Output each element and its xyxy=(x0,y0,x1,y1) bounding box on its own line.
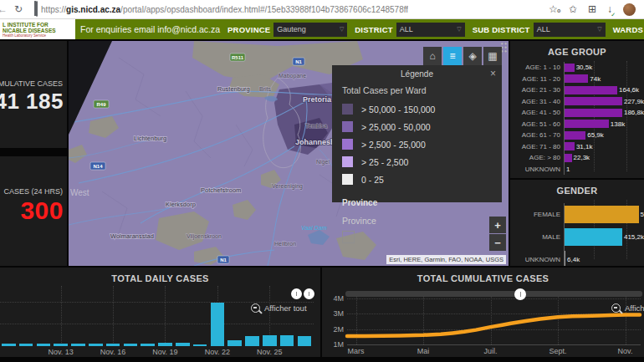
hbar-row: AGE: 1 - 1030,5k xyxy=(514,62,644,74)
basemap-button[interactable]: ▦ xyxy=(483,47,502,65)
filter-province: PROVINCE Gauteng ▽ xyxy=(227,23,347,37)
hbar-value-label: 65,9k xyxy=(587,131,604,139)
hbar-value-label: 30,5k xyxy=(576,64,593,71)
hbar-value-label: 415,2k xyxy=(624,233,644,241)
district-select[interactable]: ALL ▽ xyxy=(396,23,465,37)
extensions-icon[interactable]: ⊞ xyxy=(588,3,596,15)
cumulative-line-chart xyxy=(322,268,644,357)
home-button[interactable]: ⌂ xyxy=(423,47,442,65)
map-zoom-controls: + − xyxy=(489,217,506,252)
road-badge-n1: N1 xyxy=(217,256,229,263)
chevron-down-icon: ▽ xyxy=(597,26,601,33)
profile-avatar[interactable] xyxy=(623,3,636,16)
gear-icon: ⚙ xyxy=(556,5,560,17)
cumulative-cases-value: 41 185 xyxy=(0,89,64,115)
filter-district: DISTRICT ALL ▽ xyxy=(355,23,464,37)
zoom-in-button[interactable]: + xyxy=(489,217,506,233)
collections-icon[interactable]: ✩ xyxy=(569,3,577,15)
legend-class-row: > 25 - 2,500 xyxy=(342,153,492,171)
hbar-track: 31,1k xyxy=(564,141,644,153)
cumulative-line xyxy=(347,315,640,336)
x-tick-label: Nov. 22 xyxy=(199,348,236,356)
daily-cases-label: CASES (24 HRS) xyxy=(3,187,63,196)
map-toolbar: ⌂ ≡ ◈ ▦ xyxy=(423,47,502,65)
legend-class-row: > 2,500 - 25,000 xyxy=(342,135,492,153)
daily-bar xyxy=(124,344,138,346)
legend-swatch xyxy=(342,139,353,150)
daily-bar xyxy=(37,344,51,346)
hbar-row: AGE: 41 - 50186,8k xyxy=(514,107,644,119)
zoom-out-button[interactable]: − xyxy=(489,234,506,251)
hbar-bar xyxy=(565,109,622,117)
close-icon[interactable]: × xyxy=(490,67,496,80)
daily-cases-chart xyxy=(0,286,314,346)
daily-bar xyxy=(19,344,33,346)
hbar-track: 415,2k xyxy=(564,226,644,248)
cumulative-cases-panel: CUMULATIVE CASES 41 185 xyxy=(0,41,67,148)
map-label-heilbron: Heilbron xyxy=(274,241,296,247)
hbar-category-label: AGE: 21 - 30 xyxy=(514,86,564,94)
gridline xyxy=(61,286,62,346)
url-domain: gis.nicd.ac.za xyxy=(66,5,120,14)
total-daily-cases-panel: TOTAL DAILY CASES Nov. 13Nov. 16Nov. 19N… xyxy=(0,268,320,357)
basemap-icon: ▦ xyxy=(488,50,497,62)
map-label-brits: Brits xyxy=(259,86,272,92)
filter-subdistrict: SUB DISTRICT ALL ▽ xyxy=(473,23,606,37)
reload-icon[interactable]: ↻ xyxy=(11,0,26,19)
hbar-bar xyxy=(565,142,575,150)
province-checkbox[interactable] xyxy=(342,231,355,243)
legend-button[interactable]: ≡ xyxy=(443,47,462,65)
province-value: Gauteng xyxy=(277,25,306,33)
favorites-icon[interactable]: ☆⚙ xyxy=(549,3,558,15)
map-label-klerksdorp: Klerksdorp xyxy=(166,201,196,208)
hbar-category-label: AGE: 71 - 80 xyxy=(514,143,564,150)
hbar-category-label: AGE: 41 - 50 xyxy=(514,109,564,116)
hbar-category-label: AGE: 31 - 40 xyxy=(514,98,564,105)
hbar-bar xyxy=(565,74,588,83)
daily-bar xyxy=(211,303,225,346)
downloads-icon[interactable]: ↓✓ xyxy=(607,3,612,15)
back-icon[interactable]: ← xyxy=(0,0,11,19)
legend-swatch xyxy=(342,174,353,185)
gridline xyxy=(165,286,166,346)
x-tick-label: Nov. 13 xyxy=(43,348,79,356)
show-all-button[interactable]: Afficher tout xyxy=(251,303,307,313)
nicd-logo: L INSTITUTE FOR NICABLE DISEASES Health … xyxy=(0,19,75,39)
logo-text-2: NICABLE DISEASES xyxy=(3,28,74,33)
hbar-track: 74k xyxy=(564,74,644,85)
address-bar[interactable]: https://gis.nicd.ac.za/portal/apps/opsda… xyxy=(41,5,408,14)
time-slider-handle[interactable] xyxy=(514,288,526,300)
subdistrict-select[interactable]: ALL ▽ xyxy=(534,23,606,37)
hbar-track: 5 xyxy=(564,203,644,226)
map-label-vaal-dam: Vaal Dam xyxy=(301,225,327,231)
legend-class-label: > 25 - 2,500 xyxy=(361,157,408,167)
map-label-mabopane: Mabopane xyxy=(279,73,306,79)
legend-header: Légende × xyxy=(332,65,502,82)
zoom-out-magnifier-icon xyxy=(251,303,260,313)
hbar-track: 6,4k xyxy=(564,248,644,266)
hbar-value-label: 138k xyxy=(611,120,625,128)
province-select[interactable]: Gauteng ▽ xyxy=(273,23,347,37)
chevron-down-icon: ▽ xyxy=(340,26,344,33)
lock-icon xyxy=(34,2,38,17)
hbar-row: AGE: 51 - 60138k xyxy=(514,119,644,130)
daily-bar xyxy=(106,344,120,346)
carousel-dot[interactable] xyxy=(291,288,302,299)
daily-bar xyxy=(141,344,155,346)
hbar-row: MALE415,2k xyxy=(514,226,644,248)
map-label-nigel: Nigel xyxy=(316,159,330,166)
show-all-button[interactable]: Afficher tout xyxy=(611,303,644,313)
enquiries-text: For enquiries email info@nicd.ac.za xyxy=(80,24,220,34)
layers-button[interactable]: ◈ xyxy=(463,47,482,65)
age-group-panel: AGE GROUP AGE: 1 - 1030,5kAGE: 11 - 2074… xyxy=(510,41,644,178)
x-tick-label: Nov. 25 xyxy=(251,348,288,356)
hbar-bar xyxy=(565,154,572,162)
show-all-label: Afficher tout xyxy=(264,303,307,313)
hbar-bar xyxy=(565,120,609,128)
carousel-dot[interactable] xyxy=(304,288,314,299)
svg-text:R49: R49 xyxy=(96,102,106,107)
daily-bar xyxy=(158,343,172,346)
hbar-value-label: 74k xyxy=(590,75,601,83)
legend-panel: Légende × Total Cases per Ward > 50,000 … xyxy=(332,65,502,202)
zoom-out-magnifier-icon xyxy=(611,303,621,313)
